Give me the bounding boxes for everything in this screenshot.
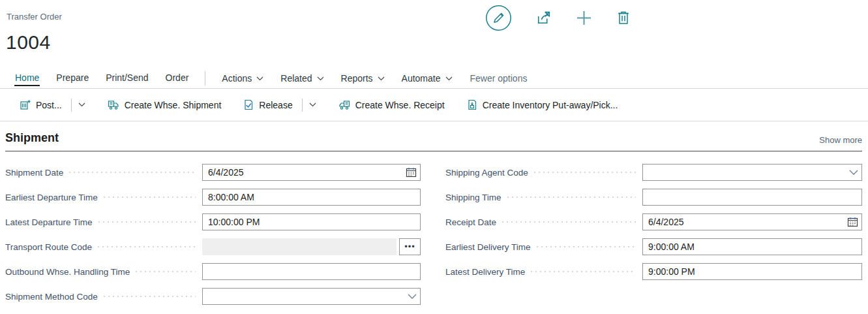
outbound-whse-handling-time-input[interactable] <box>202 263 421 280</box>
receipt-date-input[interactable] <box>642 213 862 230</box>
dotted-leader <box>502 221 636 223</box>
fewer-options-button[interactable]: Fewer options <box>470 73 528 84</box>
post-button[interactable]: Post... <box>20 99 85 112</box>
menu-automate[interactable]: Automate <box>401 71 453 86</box>
dotted-leader <box>534 172 636 173</box>
chevron-down-icon <box>378 76 385 81</box>
chevron-down-icon <box>445 76 453 81</box>
split-divider <box>302 99 303 112</box>
show-more-link[interactable]: Show more <box>819 135 862 145</box>
field-receipt-date: Receipt Date <box>445 213 862 230</box>
shipment-section-header: Shipment Show more <box>5 131 862 151</box>
field-label: Latest Delivery Time <box>445 267 525 277</box>
create-inventory-putaway-pick-label: Create Inventory Put-away/Pick... <box>483 100 618 110</box>
shipment-method-code-input[interactable] <box>202 288 421 305</box>
chevron-down-icon <box>256 76 263 81</box>
field-earliest-departure-time: Earliest Departure Time <box>5 189 421 206</box>
create-inventory-putaway-pick-button[interactable]: Create Inventory Put-away/Pick... <box>467 99 618 110</box>
create-whse-shipment-button[interactable]: Create Whse. Shipment <box>108 100 222 110</box>
dotted-leader <box>104 196 196 198</box>
field-label: Shipment Method Code <box>5 292 98 302</box>
menu-reports[interactable]: Reports <box>340 71 385 86</box>
create-whse-receipt-button[interactable]: Create Whse. Receipt <box>338 100 445 110</box>
shipment-date-input[interactable] <box>202 164 421 181</box>
menu-actions[interactable]: Actions <box>221 71 264 86</box>
create-whse-shipment-label: Create Whse. Shipment <box>125 100 222 110</box>
menu-related-label: Related <box>280 73 312 84</box>
calendar-icon[interactable] <box>847 217 858 227</box>
tab-home[interactable]: Home <box>14 69 40 87</box>
field-shipment-date: Shipment Date <box>5 164 421 181</box>
field-transport-route-code: Transport Route Code ••• <box>5 238 421 255</box>
tab-print-send[interactable]: Print/Send <box>105 69 149 87</box>
tab-order[interactable]: Order <box>165 69 190 87</box>
assist-edit-button[interactable]: ••• <box>399 238 421 255</box>
earliest-departure-time-input[interactable] <box>202 189 421 206</box>
inventory-putaway-icon <box>467 99 477 110</box>
post-button-label: Post... <box>36 100 62 110</box>
dotted-leader <box>104 296 196 297</box>
dotted-leader <box>537 246 636 247</box>
field-label: Earliest Departure Time <box>5 193 98 202</box>
release-icon <box>243 99 254 110</box>
page-caption: Transfer Order <box>7 12 62 22</box>
tab-prepare[interactable]: Prepare <box>55 69 89 87</box>
menu-bar: Home Prepare Print/Send Order Actions Re… <box>0 69 868 89</box>
field-label: Shipping Time <box>445 193 501 202</box>
field-latest-delivery-time: Latest Delivery Time <box>445 263 862 280</box>
field-shipping-agent-code: Shipping Agent Code <box>445 164 862 181</box>
dotted-leader <box>69 172 196 173</box>
trash-icon <box>616 10 631 25</box>
plus-icon <box>575 9 593 27</box>
warehouse-receipt-icon <box>338 100 350 110</box>
delete-button[interactable] <box>616 10 631 25</box>
menu-actions-label: Actions <box>222 73 252 84</box>
section-title-shipment[interactable]: Shipment <box>5 131 59 145</box>
field-label: Outbound Whse. Handling Time <box>5 267 130 277</box>
new-button[interactable] <box>575 9 593 27</box>
combo-chevron-down-icon[interactable] <box>408 294 417 300</box>
release-button-label: Release <box>259 100 292 110</box>
create-whse-receipt-label: Create Whse. Receipt <box>355 100 445 110</box>
field-latest-departure-time: Latest Departure Time <box>5 213 421 230</box>
field-label: Transport Route Code <box>5 242 92 252</box>
earliest-delivery-time-input[interactable] <box>642 238 862 255</box>
latest-departure-time-input[interactable] <box>202 213 421 230</box>
warehouse-shipment-icon <box>108 100 119 110</box>
shipping-agent-code-input[interactable] <box>642 164 862 181</box>
field-label: Earliest Delivery Time <box>445 242 531 252</box>
release-button[interactable]: Release <box>243 99 316 112</box>
share-icon <box>535 10 552 26</box>
menu-reports-label: Reports <box>341 73 373 84</box>
calendar-icon[interactable] <box>406 167 417 178</box>
edit-button[interactable] <box>485 5 512 31</box>
field-shipping-time: Shipping Time <box>445 189 862 206</box>
transport-route-code-field-disabled <box>202 238 397 255</box>
post-icon <box>20 99 31 110</box>
share-button[interactable] <box>535 10 552 26</box>
edit-pencil-icon <box>485 5 512 31</box>
header-command-bar <box>485 3 631 32</box>
field-label: Shipping Agent Code <box>445 168 528 178</box>
shipping-time-input[interactable] <box>642 189 862 206</box>
chevron-down-icon <box>317 76 324 81</box>
latest-delivery-time-input[interactable] <box>642 263 862 280</box>
dotted-leader <box>98 221 196 223</box>
field-shipment-method-code: Shipment Method Code <box>5 288 421 305</box>
menu-divider <box>205 71 205 86</box>
dotted-leader <box>531 271 636 272</box>
dotted-leader <box>136 271 196 272</box>
chevron-down-icon <box>78 102 85 107</box>
field-column-right: Shipping Agent Code Shipping Time Receip… <box>445 164 862 288</box>
dotted-leader <box>507 196 636 198</box>
action-bar: Post... Create Whse. Shipment Release <box>0 89 868 121</box>
field-label: Latest Departure Time <box>5 217 93 227</box>
record-id: 1004 <box>6 31 51 54</box>
field-earliest-delivery-time: Earliest Delivery Time <box>445 238 862 255</box>
combo-chevron-down-icon[interactable] <box>849 170 858 176</box>
menu-automate-label: Automate <box>402 73 441 84</box>
field-label: Shipment Date <box>5 168 63 178</box>
dotted-leader <box>98 246 196 247</box>
field-column-left: Shipment Date Earliest Departure Time La… <box>5 164 421 313</box>
menu-related[interactable]: Related <box>280 71 324 86</box>
